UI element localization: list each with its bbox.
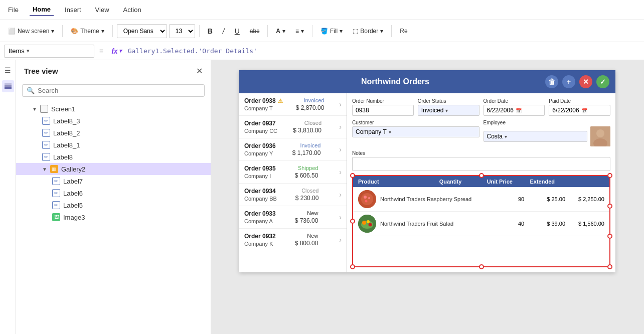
separator-5 (312, 25, 312, 37)
tree-item-image3[interactable]: 🖼 Image3 (16, 211, 211, 223)
strikethrough-button[interactable]: abc (246, 26, 263, 37)
left-panel: ☰ Tree view ✕ 🔍 ▼ (0, 60, 211, 334)
menu-home[interactable]: Home (30, 4, 54, 16)
align-button[interactable]: ≡ ▾ (291, 26, 308, 37)
tree-close-button[interactable]: ✕ (196, 66, 203, 76)
product-name: Northwind Traders Raspberry Spread (380, 196, 507, 202)
customer-select[interactable]: Company T ▾ (352, 126, 479, 137)
font-color-button[interactable]: A ▾ (272, 26, 289, 37)
border-chevron-icon: ▾ (380, 28, 383, 35)
label-icon: ✏ (52, 201, 60, 209)
list-item[interactable]: Order 0934 Company BB Closed $ 230.00 › (239, 184, 347, 206)
add-button[interactable]: + (562, 75, 575, 88)
resize-handle-top-right[interactable] (607, 173, 612, 178)
search-icon: 🔍 (27, 87, 35, 94)
table-row[interactable]: Northwind Traders Fruit Salad 40 $ 39.00… (353, 212, 609, 236)
underline-button[interactable]: U (231, 25, 244, 37)
chevron-right-icon: › (339, 191, 342, 199)
italic-button[interactable]: / (219, 25, 229, 37)
resize-handle-top-center[interactable] (479, 173, 484, 178)
resize-handle-top-left[interactable] (350, 173, 355, 178)
tree-item-label7[interactable]: ✏ Label7 (16, 175, 211, 187)
chevron-down-icon: ▼ (32, 106, 37, 112)
font-size-select[interactable]: 13 (169, 24, 195, 38)
list-item-left: Order 0932 Company K (244, 233, 276, 247)
order-amount: $ 1,170.00 (292, 149, 321, 156)
main-layout: ☰ Tree view ✕ 🔍 ▼ (0, 60, 644, 334)
border-button[interactable]: ⬚ Border ▾ (349, 26, 387, 37)
tree-item-label: Label8_1 (53, 141, 203, 149)
employee-select[interactable]: Costa ▾ (484, 131, 588, 142)
tree-item-label: Label5 (63, 202, 203, 209)
order-status-select[interactable]: Invoiced ▾ (418, 105, 479, 116)
layers-icon[interactable] (2, 80, 14, 92)
label-icon: ✏ (42, 141, 50, 149)
close-button[interactable]: ✕ (579, 75, 592, 88)
label-icon: ✏ (52, 189, 60, 197)
order-date-value[interactable]: 6/22/2006 📅 (484, 105, 545, 116)
resize-handle-right-mid[interactable] (607, 234, 612, 239)
reorder-button[interactable]: Re (396, 26, 411, 37)
tree-item-label8[interactable]: ✏ Label8 (16, 151, 211, 163)
formula-name-box[interactable]: Items ▾ (4, 45, 94, 58)
company-name: Company CC (244, 128, 277, 134)
menu-action[interactable]: Action (120, 4, 144, 16)
resize-handle-right-top[interactable] (607, 204, 612, 209)
chevron-right-icon: › (339, 123, 342, 131)
table-row[interactable]: Northwind Traders Raspberry Spread 90 $ … (353, 187, 609, 212)
list-item[interactable]: Order 0938 ⚠ Company T Invoiced $ 2,870.… (239, 93, 347, 116)
notes-input[interactable] (352, 157, 610, 171)
trash-button[interactable]: 🗑 (545, 75, 558, 88)
product-col-header: Product (358, 179, 428, 185)
resize-handle-left[interactable] (350, 219, 355, 224)
tree-item-label8-2[interactable]: ✏ Label8_2 (16, 127, 211, 139)
menu-view[interactable]: View (92, 4, 112, 16)
formula-equals: = (97, 47, 105, 55)
order-number-label: Order Number (352, 98, 414, 104)
tree-item-label8-3[interactable]: ✏ Label8_3 (16, 115, 211, 127)
formula-fx-button[interactable]: fx ▾ (108, 47, 124, 55)
tree-item-screen1[interactable]: ▼ Screen1 (16, 103, 211, 115)
formula-input[interactable] (128, 45, 640, 58)
tree-item-label8-1[interactable]: ✏ Label8_1 (16, 139, 211, 151)
fill-button[interactable]: 🪣 Fill ▾ (316, 26, 347, 37)
tree-content: ▼ Screen1 ✏ Label8_3 ✏ Label8_2 ✏ Labe (16, 101, 211, 334)
separator-3 (199, 25, 200, 37)
bold-button[interactable]: B (204, 25, 217, 37)
new-screen-button[interactable]: ⬜ New screen ▾ (4, 26, 58, 37)
toolbar: ⬜ New screen ▾ 🎨 Theme ▾ Open Sans 13 B … (0, 20, 644, 42)
customer-value: Company T (356, 128, 387, 135)
tree-item-label5[interactable]: ✏ Label5 (16, 199, 211, 211)
product-unit-price: $ 25.00 (535, 196, 565, 202)
tree-panel: Tree view ✕ 🔍 ▼ Screen1 ✏ Label8_3 (16, 60, 211, 334)
list-item[interactable]: Order 0933 Company A New $ 736.00 › (239, 206, 347, 229)
tree-view-title: Tree view (24, 67, 58, 75)
svg-rect-1 (5, 85, 12, 87)
chevron-right-icon: › (339, 236, 342, 244)
search-input[interactable] (38, 87, 200, 94)
tree-item-gallery2[interactable]: ▼ ▦ Gallery2 (16, 163, 211, 175)
new-screen-label: New screen (18, 28, 49, 35)
resize-handle-bottom-left[interactable] (350, 264, 355, 269)
order-status: Closed (304, 120, 321, 126)
svg-rect-2 (5, 83, 12, 85)
list-item[interactable]: Order 0937 Company CC Closed $ 3,810.00 … (239, 116, 347, 138)
check-button[interactable]: ✓ (596, 75, 609, 88)
theme-button[interactable]: 🎨 Theme ▾ (67, 26, 108, 37)
align-icon: ≡ (295, 28, 299, 35)
svg-point-15 (369, 223, 372, 227)
resize-handle-bottom-center[interactable] (479, 264, 484, 269)
resize-handle-bottom-right[interactable] (607, 264, 612, 269)
menu-file[interactable]: File (5, 4, 22, 16)
app-body: Order 0938 ⚠ Company T Invoiced $ 2,870.… (239, 93, 615, 272)
hamburger-icon[interactable]: ☰ (2, 64, 14, 76)
paid-date-value[interactable]: 6/22/2006 📅 (549, 105, 610, 116)
company-name: Company Y (244, 150, 276, 156)
font-select[interactable]: Open Sans (117, 24, 167, 38)
tree-item-label6[interactable]: ✏ Label6 (16, 187, 211, 199)
list-item[interactable]: Order 0932 Company K New $ 800.00 › (239, 229, 347, 251)
chevron-down-icon: ▼ (42, 166, 47, 172)
menu-insert[interactable]: Insert (62, 4, 84, 16)
list-item[interactable]: Order 0935 Company I Shipped $ 606.50 › (239, 161, 347, 184)
list-item[interactable]: Order 0936 Company Y Invoiced $ 1,170.00… (239, 138, 347, 161)
